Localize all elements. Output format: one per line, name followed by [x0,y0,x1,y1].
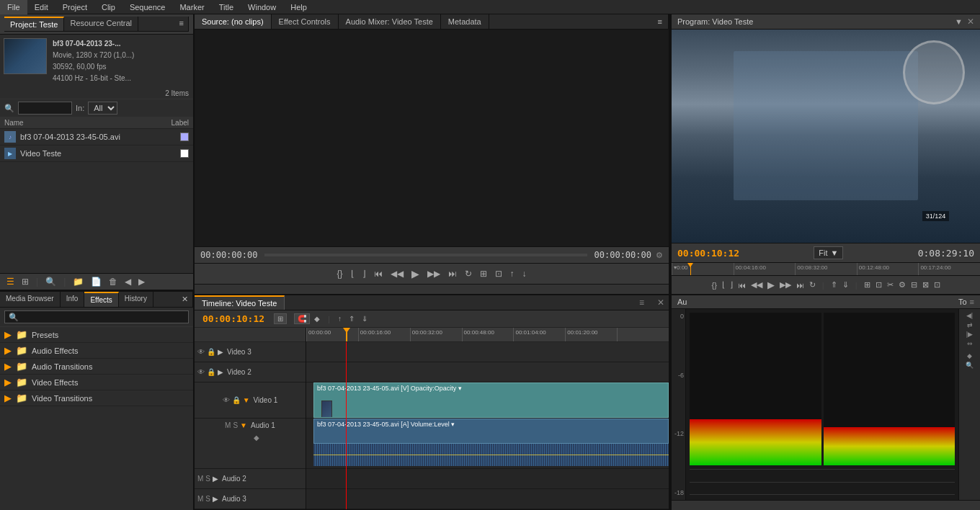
program-close[interactable]: ✕ [967,17,974,27]
track-mute-audio2[interactable]: M [197,475,203,483]
source-safe-margins[interactable]: ⊞ [477,267,490,280]
tab-source[interactable]: Source: (no clips) [195,14,272,29]
timeline-close[interactable]: ✕ [653,295,669,310]
timeline-timecode-display[interactable]: 00:00:10:12 [200,313,267,325]
prog-settings[interactable]: ⚙ [896,279,908,291]
video-clip-1[interactable]: bf3 07-04-2013 23-45-05.avi [V] Opacity:… [313,382,669,418]
audio-ctrl-4[interactable]: ⇔ [967,340,973,347]
project-new-bin[interactable]: 📁 [71,276,86,287]
track-solo-audio2[interactable]: S [205,475,210,483]
prog-resize3[interactable]: ⊡ [932,279,943,291]
track-eye-video3[interactable]: 👁 [197,348,205,356]
track-arrow-video2[interactable]: ▶ [218,368,223,376]
source-timecode-right[interactable]: 00:00:00:00 [594,250,651,260]
menu-window[interactable]: Window [241,0,283,14]
track-lock-video3[interactable]: 🔒 [207,348,215,356]
effects-close[interactable]: ✕ [177,292,193,307]
folder-audio-effects[interactable]: ▶ 📁 Audio Effects [0,343,193,359]
source-play[interactable]: ▶ [409,267,422,281]
project-nav-right[interactable]: ▶ [136,276,147,287]
audio-clip-1[interactable]: bf3 07-04-2013 23-45-05.avi [A] Volume:L… [313,419,669,444]
effects-search-input[interactable] [4,310,189,323]
prog-loop[interactable]: ↻ [807,279,818,291]
timeline-snap[interactable]: 🧲 [294,313,310,324]
track-content-audio2[interactable] [306,469,669,489]
source-go-out[interactable]: ⏭ [445,267,460,280]
timeline-ruler[interactable]: 00:00:00 00:00:16:00 00:00:32:00 00:00:4… [306,328,669,342]
source-add-marker[interactable]: {} [334,267,345,280]
source-overwrite[interactable]: ↓ [520,267,530,280]
prog-go-out[interactable]: ⏭ [794,279,806,291]
project-new-item[interactable]: 📄 [89,276,104,287]
project-zoom-in[interactable]: 🔍 [43,276,58,287]
prog-resize1[interactable]: ⊟ [909,279,919,291]
source-go-in[interactable]: ⏮ [371,267,386,280]
timeline-panel-menu[interactable]: ≡ [633,295,650,310]
project-in-select[interactable]: All [88,102,117,115]
track-mute-audio1[interactable]: M [225,421,231,429]
prog-btn-2[interactable]: ⌊ [720,279,727,291]
program-timecode-end[interactable]: 0:08:29:10 [918,248,974,259]
track-arrow-audio2[interactable]: ▶ [213,475,218,483]
tab-resource-central[interactable]: Resource Central [64,17,138,31]
track-lock-video1[interactable]: 🔒 [232,396,241,404]
project-list-view[interactable]: ☰ [4,276,17,287]
track-content-audio3[interactable] [306,489,669,509]
menu-help[interactable]: Help [283,0,314,14]
prog-trim[interactable]: ✂ [885,279,896,291]
project-nav-left[interactable]: ◀ [122,276,133,287]
program-fit-select[interactable]: Fit ▼ [814,246,843,259]
source-mark-out[interactable]: ⌋ [360,267,369,280]
prog-lift[interactable]: ⇑ [829,279,839,291]
tab-project[interactable]: Project: Teste [4,17,64,31]
folder-presets[interactable]: ▶ 📁 Presets [0,327,193,343]
tab-timeline[interactable]: Timeline: Video Teste [195,295,285,310]
tab-metadata[interactable]: Metadata [441,14,489,29]
source-output[interactable]: ⊡ [492,267,505,280]
audio-scrollbar[interactable] [672,500,980,510]
timeline-extract[interactable]: ⇓ [359,314,370,323]
prog-go-in[interactable]: ⏮ [736,279,748,291]
audio-ctrl-5[interactable]: ◆ [967,352,972,359]
audio-menu[interactable]: ≡ [970,298,974,306]
project-panel-menu[interactable]: ≡ [175,17,189,31]
prog-extract[interactable]: ⇓ [840,279,851,291]
tab-effect-controls[interactable]: Effect Controls [272,14,339,29]
menu-title[interactable]: Title [212,0,241,14]
track-keyframe-audio1[interactable]: ◆ [254,434,259,442]
audio-ctrl-3[interactable]: |▶ [966,331,973,338]
menu-sequence[interactable]: Sequence [122,0,173,14]
source-mark-in[interactable]: ⌊ [348,267,357,280]
audio-ctrl-2[interactable]: ⇄ [967,321,973,328]
prog-output[interactable]: ⊡ [873,279,884,291]
prog-resize2[interactable]: ⊠ [920,279,931,291]
menu-marker[interactable]: Marker [172,0,211,14]
program-timeline-ruler[interactable]: ▾0:00 00:04:16:00 00:08:32:00 00:12:48:0… [672,262,980,275]
track-mute-audio3[interactable]: M [197,495,203,503]
folder-video-transitions[interactable]: ▶ 📁 Video Transitions [0,390,193,406]
prog-step-back[interactable]: ◀◀ [749,279,765,291]
prog-play[interactable]: ▶ [765,278,777,292]
timeline-insert[interactable]: ↑ [335,314,344,323]
folder-audio-transitions[interactable]: ▶ 📁 Audio Transitions [0,359,193,375]
track-solo-audio3[interactable]: S [205,495,210,503]
track-content-video2[interactable] [306,362,669,382]
menu-project[interactable]: Project [55,0,94,14]
menu-clip[interactable]: Clip [94,0,122,14]
source-loop[interactable]: ↻ [462,267,475,280]
track-arrow-video3[interactable]: ▶ [218,348,223,356]
tab-history[interactable]: History [119,292,153,307]
prog-safe[interactable]: ⊞ [862,279,873,291]
track-content-audio1[interactable]: bf3 07-04-2013 23-45-05.avi [A] Volume:L… [306,419,669,469]
program-timecode-current[interactable]: 00:00:10:12 [677,248,739,259]
timeline-btn-1[interactable]: ⊞ [274,313,287,324]
track-lock-video2[interactable]: 🔒 [207,368,215,376]
track-content-video3[interactable] [306,342,669,362]
source-scrollbar[interactable] [195,284,669,294]
tab-effects[interactable]: Effects [84,292,118,307]
source-step-back[interactable]: ◀◀ [388,267,406,280]
project-search-input[interactable] [18,102,72,115]
menu-edit[interactable]: Edit [27,0,55,14]
menu-file[interactable]: File [0,0,27,14]
project-delete[interactable]: 🗑 [107,276,120,287]
